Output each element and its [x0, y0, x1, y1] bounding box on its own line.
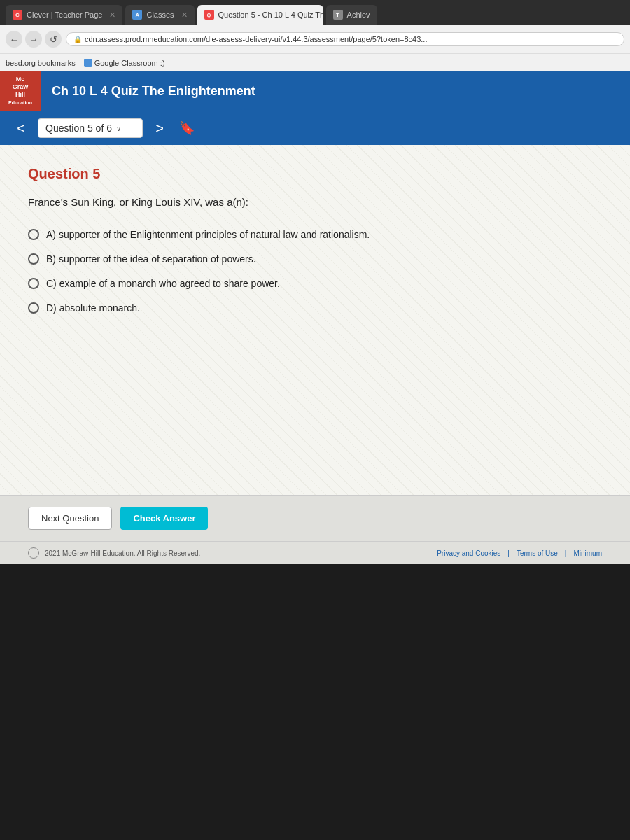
tab-icon-classes: A [132, 10, 142, 20]
next-question-button[interactable]: > [150, 118, 169, 138]
lock-icon: 🔒 [74, 36, 82, 43]
chevron-down-icon: ∨ [116, 125, 121, 132]
bookmarks-bar: besd.org bookmarks Google Classroom :) [0, 53, 630, 71]
tab-label-achiev: Achiev [347, 10, 370, 19]
tab-classes[interactable]: A Classes ✕ [125, 5, 194, 24]
prev-question-button[interactable]: < [11, 118, 31, 138]
quiz-title: Ch 10 L 4 Quiz The Enlightenment [41, 84, 255, 99]
desktop-background [0, 564, 630, 840]
tab-label-question: Question 5 - Ch 10 L 4 Quiz The E [218, 10, 323, 19]
answer-option-b[interactable]: B) supporter of the idea of separation o… [28, 252, 602, 267]
tab-icon-clever: C [13, 10, 22, 20]
tab-bar: C Clever | Teacher Page ✕ A Classes ✕ Q … [0, 0, 630, 25]
radio-b[interactable] [28, 253, 39, 265]
answer-label-a: A) supporter of the Enlightenment princi… [46, 227, 370, 242]
question-title: Question 5 [28, 166, 602, 182]
page-footer: 2021 McGraw-Hill Education. All Rights R… [0, 541, 630, 564]
address-text: cdn.assess.prod.mheducation.com/dle-asse… [85, 35, 427, 43]
question-text: France's Sun King, or King Louis XIV, wa… [28, 195, 602, 211]
tab-label-classes: Classes [146, 10, 174, 19]
bookmark-classroom-icon [84, 59, 92, 67]
bookmark-classroom-label: Google Classroom :) [94, 59, 165, 67]
check-answer-btn[interactable]: Check Answer [120, 507, 208, 530]
browser-chrome: C Clever | Teacher Page ✕ A Classes ✕ Q … [0, 0, 630, 71]
radio-a[interactable] [28, 229, 39, 240]
tab-close-classes[interactable]: ✕ [181, 10, 188, 20]
tab-clever[interactable]: C Clever | Teacher Page ✕ [6, 5, 122, 24]
forward-button[interactable]: → [25, 31, 42, 48]
radio-d[interactable] [28, 302, 39, 314]
tab-label-clever: Clever | Teacher Page [27, 10, 102, 19]
tab-icon-question: Q [204, 10, 214, 20]
bookmark-button[interactable]: 🔖 [179, 120, 195, 136]
question-selector[interactable]: Question 5 of 6 ∨ [38, 118, 143, 138]
bookmark-google-classroom[interactable]: Google Classroom :) [84, 59, 165, 67]
question-nav: < Question 5 of 6 ∨ > 🔖 [0, 111, 630, 145]
footer-links: Privacy and Cookies | Terms of Use | Min… [437, 550, 602, 557]
quiz-footer: Next Question Check Answer [0, 495, 630, 541]
back-button[interactable]: ← [6, 31, 22, 48]
footer-link-privacy[interactable]: Privacy and Cookies [437, 550, 500, 557]
footer-circle-icon [28, 547, 39, 559]
answer-option-c[interactable]: C) example of a monarch who agreed to sh… [28, 276, 602, 291]
copyright-text: 2021 McGraw-Hill Education. All Rights R… [45, 550, 200, 557]
bookmark-besd[interactable]: besd.org bookmarks [6, 59, 76, 67]
reload-button[interactable]: ↺ [45, 31, 62, 48]
answer-label-d: D) absolute monarch. [46, 301, 140, 316]
address-bar[interactable]: 🔒 cdn.assess.prod.mheducation.com/dle-as… [66, 32, 624, 46]
tab-icon-achiev: T [333, 10, 343, 20]
mgh-logo: Mc Graw Hill Education [0, 71, 41, 111]
radio-c[interactable] [28, 278, 39, 289]
footer-link-minimum[interactable]: Minimum [573, 550, 602, 557]
tab-achiev[interactable]: T Achiev [326, 5, 377, 24]
answer-option-a[interactable]: A) supporter of the Enlightenment princi… [28, 227, 602, 242]
footer-link-terms[interactable]: Terms of Use [517, 550, 558, 557]
tab-question-active[interactable]: Q Question 5 - Ch 10 L 4 Quiz The E ✕ [197, 5, 323, 24]
quiz-body: Question 5 France's Sun King, or King Lo… [0, 145, 630, 495]
address-bar-row: ← → ↺ 🔒 cdn.assess.prod.mheducation.com/… [0, 25, 630, 53]
mgh-logo-text: Mc Graw Hill Education [8, 76, 32, 106]
quiz-header: Mc Graw Hill Education Ch 10 L 4 Quiz Th… [0, 71, 630, 111]
next-question-btn[interactable]: Next Question [28, 507, 112, 530]
answer-label-c: C) example of a monarch who agreed to sh… [46, 276, 280, 291]
nav-buttons: ← → ↺ [6, 31, 62, 48]
tab-close-clever[interactable]: ✕ [109, 10, 115, 20]
question-selector-label: Question 5 of 6 [46, 122, 112, 134]
answer-option-d[interactable]: D) absolute monarch. [28, 301, 602, 316]
bookmark-besd-label: besd.org bookmarks [6, 59, 76, 67]
page-content: Mc Graw Hill Education Ch 10 L 4 Quiz Th… [0, 71, 630, 840]
answer-label-b: B) supporter of the idea of separation o… [46, 252, 256, 267]
